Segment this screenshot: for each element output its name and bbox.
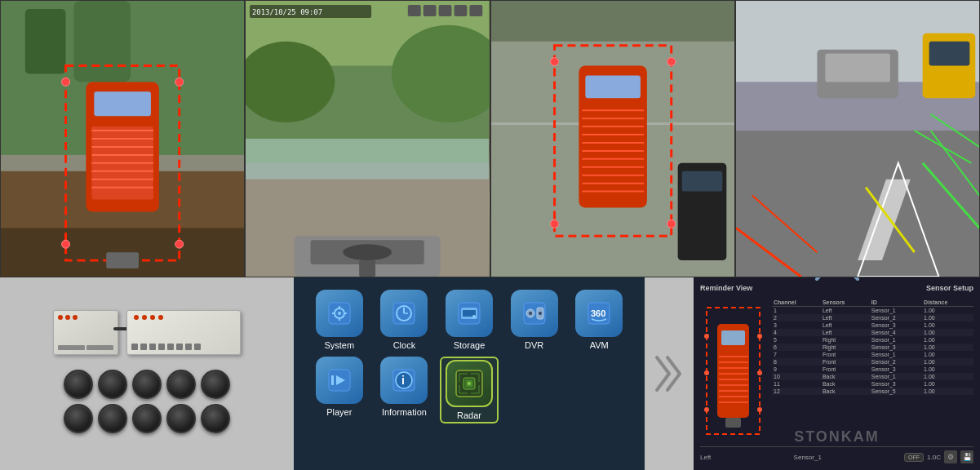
- cell-distance: 1.00: [922, 373, 973, 380]
- svg-rect-123: [721, 330, 745, 345]
- col-id: ID: [870, 299, 922, 307]
- cell-sensor: Sensor_3: [870, 344, 922, 351]
- camera-feeds-row: 2013/10/25 09:07: [0, 0, 980, 277]
- svg-rect-46: [585, 75, 641, 98]
- cell-sensor: Sensor_1: [870, 307, 922, 315]
- svg-rect-139: [725, 418, 741, 428]
- svg-point-60: [667, 58, 675, 66]
- watermark: STONKAM: [794, 428, 880, 446]
- settings-content: Channel Sensors ID Distance 1 Left Senso…: [700, 299, 973, 443]
- bottom-row: System Clock: [0, 277, 980, 470]
- cell-sensor: Sensor_2: [870, 314, 922, 321]
- sensor-unit: [132, 370, 162, 399]
- sensor-table-row: 3 Left Sensor_3 1.00: [772, 321, 973, 329]
- svg-text:i: i: [401, 374, 405, 387]
- cell-side: Left: [821, 329, 870, 336]
- svg-point-59: [550, 58, 558, 66]
- menu-item-clock[interactable]: Clock: [375, 290, 434, 350]
- svg-rect-41: [470, 5, 483, 16]
- cell-channel: 6: [772, 344, 821, 351]
- svg-point-21: [62, 240, 70, 248]
- system-label: System: [324, 340, 354, 350]
- settings-gear-button[interactable]: ⚙: [944, 450, 957, 463]
- svg-rect-34: [359, 260, 375, 277]
- svg-rect-78: [825, 54, 890, 82]
- system-icon: [316, 290, 363, 337]
- cell-channel: 9: [772, 366, 821, 373]
- settings-panel: Reminder View Sensor Setup: [694, 277, 980, 470]
- svg-rect-44: [491, 1, 734, 42]
- menu-item-player[interactable]: Player: [310, 357, 369, 423]
- cell-sensor: Sensor_3: [870, 366, 922, 373]
- cell-distance: 1.00: [922, 321, 973, 329]
- sensor-unit: [201, 404, 230, 433]
- cell-sensor: Sensor_3: [870, 380, 922, 388]
- menu-item-system[interactable]: System: [310, 290, 369, 350]
- cell-channel: 5: [772, 336, 821, 344]
- cell-side: Front: [821, 351, 870, 358]
- cell-sensor: Sensor_2: [870, 358, 922, 366]
- camera-panel-1: [0, 0, 245, 277]
- sensor-table-row: 9 Front Sensor_3 1.00: [772, 366, 973, 373]
- cell-distance: 1.00: [922, 307, 973, 315]
- cell-channel: 2: [772, 314, 821, 321]
- svg-rect-26: [246, 139, 489, 180]
- storage-label: Storage: [454, 340, 486, 350]
- menu-item-radar[interactable]: Radar: [440, 357, 499, 423]
- svg-point-135: [704, 407, 709, 412]
- svg-point-83: [338, 312, 341, 315]
- footer-controls: OFF 1.0C ⚙ 💾: [904, 450, 973, 463]
- cell-sensor: Sensor_4: [870, 329, 922, 336]
- dvr-label: DVR: [525, 340, 543, 350]
- player-label: Player: [326, 407, 352, 417]
- control-box-large: [126, 310, 241, 355]
- menu-grid: System Clock: [310, 290, 628, 423]
- cell-distance: 1.00: [922, 344, 973, 351]
- cell-side: Front: [821, 358, 870, 366]
- svg-rect-2: [1, 228, 244, 277]
- col-distance: Distance: [922, 299, 973, 307]
- sensor-unit: [166, 404, 196, 433]
- cell-distance: 1.00: [922, 336, 973, 344]
- svg-point-133: [704, 334, 709, 339]
- cell-channel: 1: [772, 307, 821, 315]
- menu-item-information[interactable]: i Information: [375, 357, 434, 423]
- information-label: Information: [382, 407, 427, 417]
- menu-item-storage[interactable]: Storage: [440, 290, 499, 350]
- cell-side: Left: [821, 321, 870, 329]
- cell-side: Right: [821, 336, 870, 344]
- radar-icon: [446, 360, 493, 407]
- toggle-button[interactable]: OFF: [904, 453, 924, 462]
- cell-sensor: Sensor_3: [870, 321, 922, 329]
- sensor-table: Channel Sensors ID Distance 1 Left Senso…: [772, 299, 973, 443]
- cell-channel: 12: [772, 388, 821, 395]
- svg-point-22: [175, 240, 184, 248]
- avm-label: AVM: [590, 340, 609, 350]
- sensor-table-row: 4 Left Sensor_4 1.00: [772, 329, 973, 336]
- svg-rect-37: [408, 5, 421, 16]
- radar-label: Radar: [457, 410, 481, 420]
- svg-point-98: [529, 312, 532, 315]
- menu-item-dvr[interactable]: DVR: [505, 290, 564, 350]
- cell-sensor: Sensor_5: [870, 388, 922, 395]
- sensor-unit: [64, 404, 93, 433]
- svg-point-19: [62, 78, 70, 86]
- col-sensors: Sensors: [821, 299, 870, 307]
- info-icon: i: [380, 357, 428, 404]
- menu-panel: System Clock: [294, 277, 645, 470]
- sensor-table-row: 7 Front Sensor_1 1.00: [772, 351, 973, 358]
- svg-rect-40: [455, 5, 468, 16]
- cell-sensor: Sensor_1: [870, 351, 922, 358]
- menu-item-avm[interactable]: 360 AVM: [570, 290, 628, 350]
- clock-icon: [380, 290, 428, 337]
- svg-rect-105: [331, 375, 334, 385]
- settings-save-button[interactable]: 💾: [960, 450, 973, 463]
- svg-rect-66: [736, 114, 979, 277]
- sensor-table-row: 12 Back Sensor_5 1.00: [772, 388, 973, 395]
- svg-point-120: [468, 382, 471, 385]
- cell-channel: 10: [772, 373, 821, 380]
- svg-point-20: [175, 78, 184, 86]
- svg-point-33: [344, 244, 392, 260]
- cell-channel: 8: [772, 358, 821, 366]
- sensor-table-row: 2 Left Sensor_2 1.00: [772, 314, 973, 321]
